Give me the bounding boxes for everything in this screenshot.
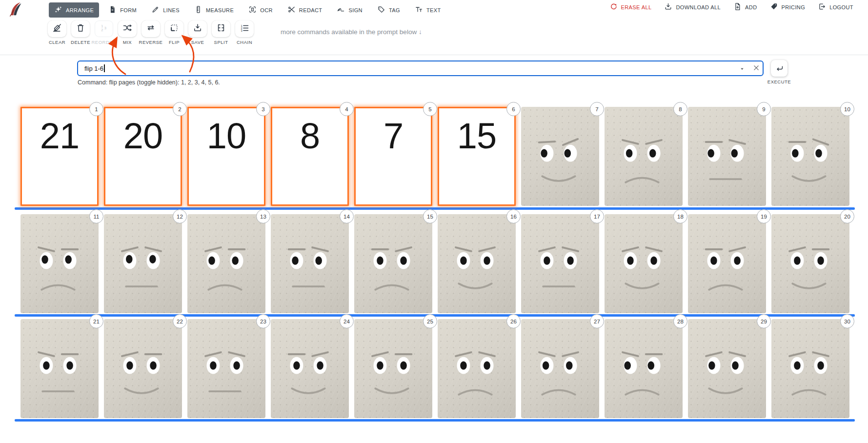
page-thumbnail-10[interactable] bbox=[771, 107, 849, 206]
page-face-drawing bbox=[104, 214, 179, 310]
logout-icon bbox=[818, 2, 826, 12]
page-thumbnail-18[interactable] bbox=[605, 214, 683, 313]
page-face-drawing bbox=[271, 214, 346, 310]
page-number-badge: 17 bbox=[590, 209, 604, 223]
main-nav: ARRANGEFORMLINESMEASUREOCRREDACTSIGNTAGT… bbox=[49, 2, 446, 18]
page-thumbnail-30[interactable] bbox=[771, 319, 849, 418]
action-download-all[interactable]: DOWNLOAD ALL bbox=[664, 2, 721, 12]
nav-item-sign[interactable]: SIGN bbox=[331, 2, 368, 18]
page-thumbnail-19[interactable] bbox=[688, 214, 766, 313]
page-number-badge: 8 bbox=[673, 102, 687, 116]
page-value: 20 bbox=[105, 118, 181, 154]
nav-item-ocr[interactable]: OCR bbox=[243, 2, 278, 18]
chevron-down-icon[interactable] bbox=[738, 65, 746, 73]
return-icon bbox=[775, 64, 784, 73]
page-number-badge: 19 bbox=[757, 209, 771, 223]
tool-reorder: 123REORDER bbox=[93, 20, 115, 45]
page-thumbnail-13[interactable] bbox=[187, 214, 265, 313]
page-number-badge: 22 bbox=[173, 314, 187, 328]
tool-clear-button[interactable] bbox=[48, 20, 66, 37]
page-number-badge: 20 bbox=[840, 209, 854, 223]
tool-label: MIX bbox=[123, 40, 132, 45]
page-value: 8 bbox=[272, 118, 347, 154]
page-thumbnail-8[interactable] bbox=[605, 107, 683, 206]
page-number-badge: 16 bbox=[506, 209, 521, 223]
tool-split-button[interactable] bbox=[212, 20, 230, 37]
page-number-badge: 23 bbox=[256, 314, 270, 328]
page-thumbnail-26[interactable] bbox=[438, 319, 516, 418]
page-thumbnail-22[interactable] bbox=[104, 319, 182, 418]
tool-save-button[interactable] bbox=[188, 20, 207, 37]
text-icon bbox=[415, 5, 423, 15]
page-number-badge: 11 bbox=[89, 209, 103, 223]
page-thumbnail-11[interactable] bbox=[20, 214, 99, 313]
tool-mix-button[interactable] bbox=[118, 20, 137, 37]
tool-chain: 123CHAIN bbox=[234, 20, 255, 45]
action-erase-all[interactable]: ERASE ALL bbox=[609, 2, 652, 12]
command-input[interactable]: flip 1-6 bbox=[77, 60, 764, 76]
page-thumbnail-28[interactable] bbox=[605, 319, 683, 418]
page-thumbnail-29[interactable] bbox=[688, 319, 766, 418]
page-thumbnail-3[interactable]: 10 bbox=[187, 107, 265, 206]
page-face-drawing bbox=[771, 319, 847, 415]
page-number-badge: 28 bbox=[673, 314, 687, 328]
nav-item-redact[interactable]: REDACT bbox=[282, 2, 328, 18]
page-thumbnail-16[interactable] bbox=[438, 214, 516, 313]
action-label: ERASE ALL bbox=[621, 4, 652, 10]
page-thumbnail-12[interactable] bbox=[104, 214, 182, 313]
execute-button[interactable] bbox=[771, 60, 787, 77]
page-thumbnail-5[interactable]: 7 bbox=[354, 107, 432, 206]
scan-icon bbox=[248, 5, 257, 15]
nav-item-text[interactable]: TEXT bbox=[409, 2, 446, 18]
nav-item-label: REDACT bbox=[299, 7, 323, 13]
nav-item-measure[interactable]: MEASURE bbox=[189, 2, 239, 18]
page-thumbnail-27[interactable] bbox=[521, 319, 599, 418]
tool-reverse-button[interactable] bbox=[141, 20, 160, 37]
action-label: PRICING bbox=[782, 4, 806, 10]
tool-flip-button[interactable] bbox=[165, 20, 183, 37]
action-pricing[interactable]: PRICING bbox=[770, 2, 806, 12]
page-thumbnail-7[interactable] bbox=[521, 107, 599, 206]
page-thumbnail-2[interactable]: 20 bbox=[104, 107, 182, 206]
ruler-icon bbox=[194, 5, 202, 15]
page-thumbnail-6[interactable]: 15 bbox=[438, 107, 516, 206]
pencil-icon bbox=[151, 5, 160, 15]
page-value: 15 bbox=[439, 118, 514, 154]
page-thumbnail-1[interactable]: 21 bbox=[20, 107, 99, 206]
tool-label: CLEAR bbox=[49, 40, 65, 45]
page-thumbnail-17[interactable] bbox=[521, 214, 599, 313]
tool-chain-button[interactable]: 123 bbox=[235, 20, 254, 37]
page-number-badge: 6 bbox=[506, 102, 521, 116]
row-separator-line bbox=[15, 419, 855, 422]
page-face-drawing bbox=[104, 319, 179, 415]
page-thumbnail-9[interactable] bbox=[688, 107, 766, 206]
page-thumbnail-25[interactable] bbox=[354, 319, 432, 418]
tool-label: REORDER bbox=[92, 40, 117, 45]
tool-label: FLIP bbox=[169, 40, 180, 45]
page-number-badge: 30 bbox=[840, 314, 854, 328]
page-face-drawing bbox=[521, 214, 596, 310]
page-thumbnail-21[interactable] bbox=[20, 319, 99, 418]
row-separator-line bbox=[15, 207, 855, 210]
page-thumbnail-23[interactable] bbox=[187, 319, 265, 418]
nav-item-form[interactable]: FORM bbox=[103, 2, 142, 18]
scissors-icon bbox=[287, 5, 296, 15]
action-add[interactable]: ADD bbox=[733, 2, 757, 12]
nav-item-arrange[interactable]: ARRANGE bbox=[49, 2, 99, 18]
action-logout[interactable]: LOGOUT bbox=[818, 2, 853, 12]
refresh-icon bbox=[609, 2, 618, 12]
numbered-list-icon: 123 bbox=[240, 23, 249, 35]
page-face-drawing bbox=[605, 319, 680, 415]
page-thumbnail-15[interactable] bbox=[354, 214, 432, 313]
page-thumbnail-24[interactable] bbox=[271, 319, 349, 418]
tool-delete-button[interactable] bbox=[71, 20, 90, 37]
page-thumbnail-4[interactable]: 8 bbox=[271, 107, 349, 206]
page-number-badge: 14 bbox=[340, 209, 354, 223]
page-thumbnail-20[interactable] bbox=[771, 214, 849, 313]
nav-item-tag[interactable]: TAG bbox=[372, 2, 405, 18]
svg-text:3: 3 bbox=[241, 29, 242, 32]
nav-item-lines[interactable]: LINES bbox=[146, 2, 185, 18]
page-face-drawing bbox=[521, 319, 596, 415]
page-thumbnail-14[interactable] bbox=[271, 214, 349, 313]
close-icon[interactable] bbox=[752, 63, 761, 72]
